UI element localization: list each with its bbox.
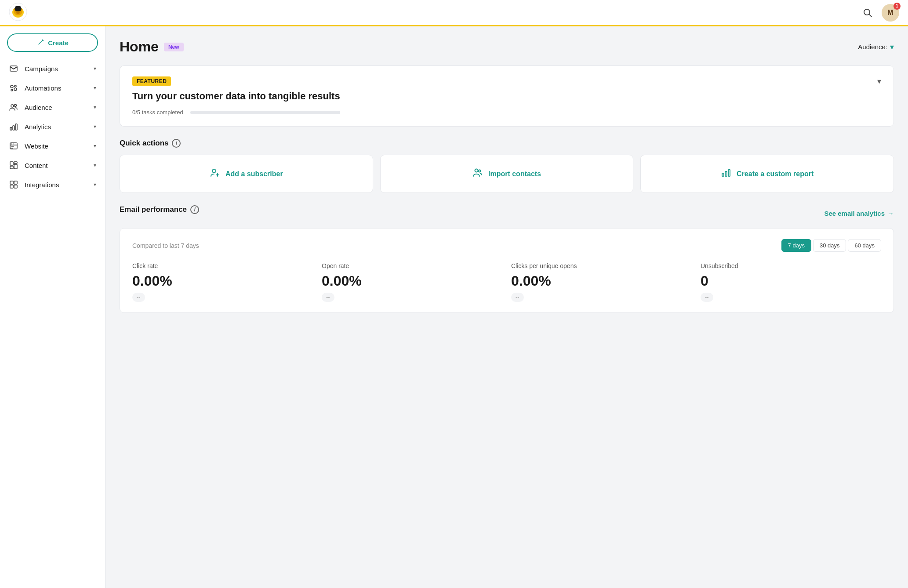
sidebar-item-analytics[interactable]: Analytics ▾: [0, 117, 105, 136]
unsubscribed-value: 0: [701, 273, 881, 289]
svg-rect-36: [725, 171, 727, 176]
page-header: Home New Audience: ▾: [120, 39, 894, 55]
clicks-unique-value: 0.00%: [511, 273, 692, 289]
svg-rect-26: [10, 166, 13, 169]
add-subscriber-label: Add a subscriber: [225, 170, 283, 178]
audience-label: Audience:: [858, 43, 887, 51]
content-chevron-icon: ▾: [94, 162, 96, 168]
new-badge: New: [164, 43, 184, 51]
logo: [9, 3, 27, 23]
edit-icon: [36, 39, 44, 47]
search-button[interactable]: [860, 5, 875, 21]
quick-actions-header: Quick actions i: [120, 139, 894, 148]
quick-actions-info-icon[interactable]: i: [172, 139, 181, 148]
import-contacts-label: Import contacts: [488, 170, 541, 178]
svg-point-23: [13, 144, 14, 145]
sidebar-item-content[interactable]: Content ▾: [0, 156, 105, 175]
svg-rect-19: [15, 124, 17, 130]
open-rate-metric: Open rate 0.00% --: [322, 262, 502, 302]
svg-point-7: [15, 6, 18, 9]
website-icon: [9, 141, 18, 151]
7-days-button[interactable]: 7 days: [781, 239, 811, 252]
svg-rect-37: [728, 170, 730, 176]
svg-point-34: [478, 170, 480, 172]
avatar-letter: M: [887, 9, 893, 17]
featured-header: FEATURED Turn your customer data into ta…: [132, 76, 881, 116]
add-person-icon: [210, 167, 220, 180]
campaigns-chevron-icon: ▾: [94, 65, 96, 72]
sidebar-item-automations[interactable]: Automations ▾: [0, 78, 105, 98]
svg-rect-29: [14, 181, 17, 184]
featured-badge: FEATURED: [132, 76, 171, 86]
integrations-label: Integrations: [25, 181, 87, 189]
import-contacts-card[interactable]: Import contacts: [380, 155, 634, 193]
chart-icon: [721, 167, 731, 180]
create-button[interactable]: Create: [7, 33, 98, 52]
performance-title: Email performance: [120, 205, 187, 214]
unsubscribed-metric: Unsubscribed 0 --: [701, 262, 881, 302]
click-rate-change: --: [132, 293, 145, 302]
progress-row: 0/5 tasks completed: [132, 109, 340, 116]
30-days-button[interactable]: 30 days: [813, 239, 846, 252]
featured-content: FEATURED Turn your customer data into ta…: [132, 76, 340, 116]
60-days-button[interactable]: 60 days: [848, 239, 881, 252]
metrics-grid: Click rate 0.00% -- Open rate 0.00% -- C…: [132, 262, 881, 302]
create-report-card[interactable]: Create a custom report: [640, 155, 894, 193]
svg-point-12: [14, 88, 17, 91]
topbar-right: M 1: [860, 4, 899, 22]
progress-label: 0/5 tasks completed: [132, 109, 183, 116]
progress-bar-background: [190, 111, 340, 114]
performance-header: Email performance i See email analytics …: [120, 205, 894, 221]
create-report-label: Create a custom report: [737, 170, 814, 178]
open-rate-label: Open rate: [322, 262, 502, 269]
avatar-button[interactable]: M 1: [882, 4, 899, 22]
see-analytics-link[interactable]: See email analytics →: [824, 210, 894, 217]
sidebar: Create Campaigns ▾: [0, 26, 105, 588]
featured-collapse-button[interactable]: ▾: [877, 76, 881, 86]
see-analytics-label: See email analytics: [824, 210, 885, 217]
email-performance-section: Email performance i See email analytics …: [120, 205, 894, 313]
create-label: Create: [48, 39, 69, 47]
clicks-unique-metric: Clicks per unique opens 0.00% --: [511, 262, 692, 302]
open-rate-value: 0.00%: [322, 273, 502, 289]
import-person-icon: [472, 167, 483, 180]
featured-card: FEATURED Turn your customer data into ta…: [120, 65, 894, 127]
sidebar-item-campaigns[interactable]: Campaigns ▾: [0, 59, 105, 78]
compared-text: Compared to last 7 days: [132, 242, 199, 249]
automations-label: Automations: [25, 84, 87, 92]
website-chevron-icon: ▾: [94, 143, 96, 149]
svg-point-13: [11, 89, 13, 91]
svg-point-15: [11, 105, 14, 107]
performance-info-icon[interactable]: i: [190, 205, 199, 214]
unsubscribed-change: --: [701, 293, 713, 302]
audience-chevron-icon: ▾: [94, 104, 96, 110]
sidebar-item-integrations[interactable]: Integrations ▾: [0, 175, 105, 194]
svg-point-8: [18, 6, 21, 9]
audience-icon: [9, 102, 18, 112]
open-rate-change: --: [322, 293, 334, 302]
svg-rect-25: [14, 162, 17, 163]
campaigns-icon: [9, 64, 18, 73]
svg-point-5: [16, 11, 20, 14]
svg-point-11: [11, 85, 13, 88]
add-subscriber-card[interactable]: Add a subscriber: [120, 155, 373, 193]
performance-card-header: Compared to last 7 days 7 days 30 days 6…: [132, 239, 881, 252]
unsubscribed-label: Unsubscribed: [701, 262, 881, 269]
svg-point-33: [475, 169, 478, 172]
mailchimp-logo-icon: [9, 3, 27, 21]
content-label: Content: [25, 162, 87, 169]
automations-chevron-icon: ▾: [94, 85, 96, 91]
click-rate-metric: Click rate 0.00% --: [132, 262, 313, 302]
svg-rect-35: [722, 173, 724, 176]
days-selector: 7 days 30 days 60 days: [781, 239, 881, 252]
arrow-right-icon: →: [887, 210, 894, 217]
svg-rect-27: [14, 164, 17, 169]
performance-title-group: Email performance i: [120, 205, 199, 214]
sidebar-item-website[interactable]: Website ▾: [0, 136, 105, 156]
audience-selector[interactable]: Audience: ▾: [858, 42, 894, 52]
analytics-label: Analytics: [25, 123, 87, 131]
automations-icon: [9, 83, 18, 93]
featured-title: Turn your customer data into tangible re…: [132, 91, 340, 102]
sidebar-item-audience[interactable]: Audience ▾: [0, 98, 105, 117]
audience-label: Audience: [25, 104, 87, 111]
